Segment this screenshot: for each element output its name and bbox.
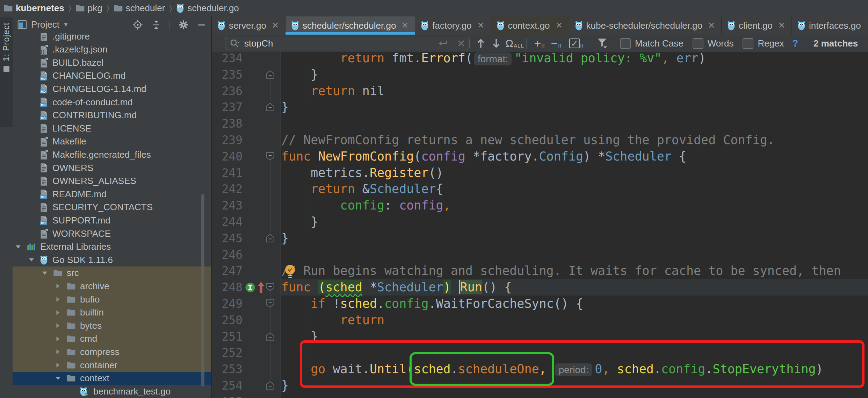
checkbox-Regex[interactable] xyxy=(743,38,753,49)
tree-item-.gitignore[interactable]: .gitignore xyxy=(13,33,211,43)
add-selection-button[interactable]: +II xyxy=(532,37,547,50)
tree-item-Makefile.generated_files[interactable]: Makefile.generated_files xyxy=(13,148,211,161)
line-number: 237 xyxy=(212,99,243,115)
regex-help-icon[interactable]: ? xyxy=(793,38,798,49)
code-token: metrics. xyxy=(281,166,370,180)
tree-item-README.md[interactable]: MDREADME.md xyxy=(13,187,211,201)
close-tab-icon[interactable] xyxy=(866,20,868,31)
chevron-right-icon[interactable] xyxy=(55,362,62,368)
chevron-down-icon[interactable] xyxy=(55,376,62,381)
tree-item-External Libraries[interactable]: External Libraries xyxy=(13,240,211,254)
chevron-down-icon[interactable] xyxy=(41,271,48,275)
search-input[interactable]: stopCh xyxy=(225,37,470,50)
tree-item-SUPPORT.md[interactable]: MDSUPPORT.md xyxy=(13,214,211,227)
filter-search-results-button[interactable] xyxy=(595,38,609,49)
tree-item-benchmark_test.go[interactable]: benchmark_test.go xyxy=(13,385,211,398)
chevron-down-icon[interactable]: ▼ xyxy=(63,21,69,28)
code-editor[interactable]: 2342352362372382392402412422432442452462… xyxy=(212,52,868,398)
implements-gutter-icon[interactable] xyxy=(245,282,256,294)
clear-search-icon[interactable] xyxy=(457,40,465,47)
fold-marker-up[interactable] xyxy=(265,102,275,112)
code-line-243: config: config, xyxy=(281,197,451,214)
chevron-right-icon[interactable] xyxy=(55,349,62,355)
tree-item-bufio[interactable]: bufio xyxy=(13,293,211,306)
tree-item-OWNERS[interactable]: OWNERS xyxy=(13,161,211,175)
chevron-right-icon[interactable] xyxy=(55,323,62,328)
tree-item-SECURITY_CONTACTS[interactable]: SECURITY_CONTACTS xyxy=(13,201,211,214)
tree-item-CONTRIBUTING.md[interactable]: MDCONTRIBUTING.md xyxy=(13,109,211,122)
editor-tab-context.go[interactable]: context.go xyxy=(491,16,569,35)
breadcrumb-item-pkg[interactable]: pkg xyxy=(75,3,102,14)
tree-item-LICENSE[interactable]: LICENSE xyxy=(13,122,211,135)
editor-tab-scheduler/scheduler.go[interactable]: scheduler/scheduler.go xyxy=(285,16,415,35)
chevron-down-icon[interactable] xyxy=(28,258,35,262)
project-tool-window-button[interactable]: 1: Project xyxy=(0,17,13,127)
code-token: ! xyxy=(325,297,340,311)
close-tab-icon[interactable] xyxy=(271,20,280,31)
svg-text:MD: MD xyxy=(41,90,46,93)
folder-icon xyxy=(66,309,75,316)
checkbox-Words[interactable] xyxy=(693,38,703,49)
fold-marker-up[interactable] xyxy=(265,381,275,390)
previous-occurrence-button[interactable] xyxy=(473,38,489,49)
tree-item-code-of-conduct.md[interactable]: MDcode-of-conduct.md xyxy=(13,95,211,109)
remove-selection-button[interactable]: −II xyxy=(549,37,564,50)
editor-tab-client.go[interactable]: client.go xyxy=(722,16,792,35)
editor-tab-server.go[interactable]: server.go xyxy=(212,16,285,35)
next-occurrence-button[interactable] xyxy=(489,38,504,49)
close-tab-icon[interactable] xyxy=(401,20,409,31)
file-md-icon: MD xyxy=(40,97,48,107)
chevron-right-icon[interactable] xyxy=(55,297,62,302)
tree-item-src[interactable]: src xyxy=(13,266,211,280)
tree-item-WORKSPACE[interactable]: WORKSPACE xyxy=(13,227,211,240)
tree-item-CHANGELOG-1.14.md[interactable]: MDCHANGELOG-1.14.md xyxy=(13,82,211,95)
tree-item-context[interactable]: context xyxy=(13,372,211,385)
locate-button[interactable] xyxy=(132,20,143,30)
collapse-all-button[interactable] xyxy=(151,20,161,30)
close-tab-icon[interactable] xyxy=(777,20,786,31)
close-tab-icon[interactable] xyxy=(707,20,716,31)
code-token: Errorf xyxy=(421,52,465,65)
tree-item-CHANGELOG.md[interactable]: MDCHANGELOG.md xyxy=(13,69,211,83)
file-build-icon xyxy=(40,150,48,159)
file-build-icon xyxy=(40,58,48,67)
close-tab-icon[interactable] xyxy=(477,20,485,31)
tree-item-.kazelcfg.json[interactable]: {}.kazelcfg.json xyxy=(13,43,211,56)
chevron-right-icon[interactable] xyxy=(55,336,62,342)
tree-item-BUILD.bazel[interactable]: BUILD.bazel xyxy=(13,56,211,69)
divider xyxy=(526,38,527,49)
tree-item-Go SDK 1.11.6[interactable]: Go SDK 1.11.6 xyxy=(13,253,211,266)
tree-item-container[interactable]: container xyxy=(13,358,211,372)
tree-item-label: README.md xyxy=(52,189,107,200)
breadcrumb-item-kubernetes[interactable]: kubernetes xyxy=(3,3,64,14)
tree-item-Makefile[interactable]: Makefile xyxy=(13,135,211,148)
tree-item-compress[interactable]: compress xyxy=(13,345,211,358)
breadcrumb-item-scheduler[interactable]: scheduler xyxy=(114,3,165,14)
tree-item-cmd[interactable]: cmd xyxy=(13,332,211,346)
find-all-button[interactable]: ΩALL xyxy=(507,37,523,49)
tree-item-OWNERS_ALIASES[interactable]: OWNERS_ALIASES xyxy=(13,175,211,188)
editor-tab-kube-scheduler/scheduler.go[interactable]: kube-scheduler/scheduler.go xyxy=(569,16,722,35)
chevron-down-icon[interactable] xyxy=(15,245,22,249)
settings-button[interactable] xyxy=(178,20,189,30)
editor-tab-factory.go[interactable]: factory.go xyxy=(415,16,491,35)
breadcrumb-item-scheduler.go[interactable]: scheduler.go xyxy=(176,3,239,14)
chevron-right-icon[interactable] xyxy=(55,283,62,289)
tree-item-archive[interactable]: archive xyxy=(13,279,211,293)
tree-item-label: OWNERS xyxy=(52,163,93,173)
line-number: 250 xyxy=(212,312,243,328)
navigate-up-gutter-icon[interactable] xyxy=(257,281,265,295)
editor-tab-interfaces.go[interactable]: interfaces.go xyxy=(792,16,868,35)
fold-marker-up[interactable] xyxy=(265,234,275,243)
chevron-right-icon[interactable] xyxy=(55,310,62,315)
code-token: nil xyxy=(355,84,384,98)
project-tree-scrollbar[interactable] xyxy=(201,194,204,386)
hide-button[interactable] xyxy=(197,20,206,29)
search-icon[interactable] xyxy=(230,38,240,48)
close-tab-icon[interactable] xyxy=(555,20,563,31)
intention-bulb-icon[interactable] xyxy=(284,264,296,280)
checkbox-Match Case[interactable] xyxy=(620,38,631,49)
select-all-occurrences-button[interactable]: ✓II xyxy=(569,38,585,49)
tree-item-bytes[interactable]: bytes xyxy=(13,319,211,332)
tree-item-builtin[interactable]: builtin xyxy=(13,306,211,319)
